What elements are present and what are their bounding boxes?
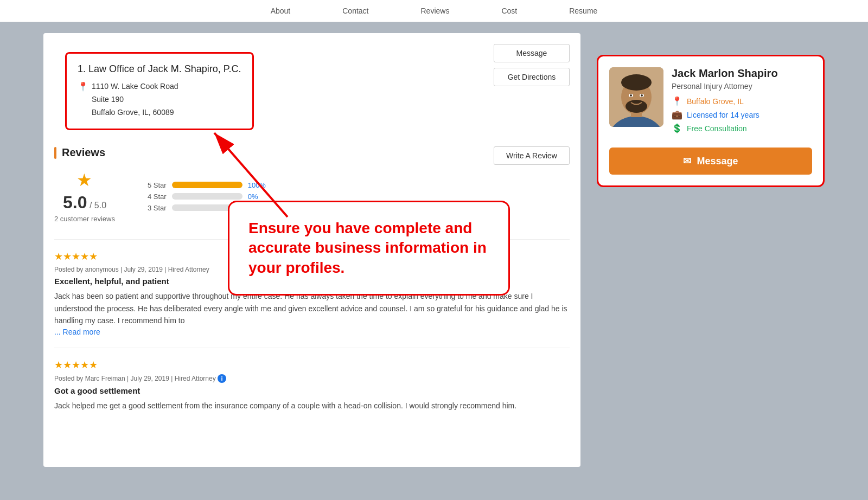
attorney-message-button[interactable]: ✉ Message [609, 148, 812, 175]
attorney-header: Jack Marlon Shapiro Personal Injury Atto… [609, 67, 812, 137]
star-icon-big: ★ [76, 170, 92, 190]
bar-track-5 [172, 182, 242, 188]
star-row-4: 4 Star 0% [148, 193, 267, 201]
section-bar-accent [54, 147, 56, 159]
action-buttons: Message Get Directions [494, 44, 570, 86]
reviews-section-title: Reviews [62, 146, 105, 159]
bar-pct-5: 100% [248, 181, 267, 189]
attorney-location: 📍 Buffalo Grove, IL [672, 96, 812, 106]
attorney-name: Jack Marlon Shapiro [672, 67, 812, 80]
address-street: 1110 W. Lake Cook Road [92, 80, 178, 93]
reviews-section-header: Reviews [54, 146, 105, 159]
write-review-button[interactable]: Write A Review [494, 146, 570, 165]
briefcase-icon: 💼 [672, 110, 682, 120]
envelope-icon: ✉ [683, 155, 691, 167]
review-1-text: Jack has been so patient and supportive … [54, 290, 570, 326]
callout-text: Ensure you have complete and accurate bu… [248, 219, 489, 278]
page-wrapper: About Contact Reviews Cost Resume 1. Law… [0, 0, 868, 500]
attorney-consultation: 💲 Free Consultation [672, 123, 812, 133]
star-row-5: 5 Star 100% [148, 181, 267, 189]
attorney-title: Personal Injury Attorney [672, 82, 812, 91]
get-directions-button[interactable]: Get Directions [494, 68, 570, 86]
bar-pct-4: 0% [248, 193, 267, 201]
callout-box: Ensure you have complete and accurate bu… [228, 201, 510, 296]
attorney-info: Jack Marlon Shapiro Personal Injury Atto… [672, 67, 812, 137]
attorney-photo [609, 67, 663, 127]
svg-point-4 [621, 74, 652, 91]
nav-resume[interactable]: Resume [565, 4, 602, 17]
svg-point-8 [641, 94, 643, 97]
review-item-2: ★★★★★ Posted by Marc Freiman | July 29, … [54, 348, 570, 422]
address-block: 📍 1110 W. Lake Cook Road Suite 190 Buffa… [78, 80, 241, 119]
read-more-link-1[interactable]: ... Read more [54, 328, 100, 336]
rating-denom: / 5.0 [90, 201, 106, 210]
nav-cost[interactable]: Cost [497, 4, 521, 17]
location-pin-icon: 📍 [78, 81, 88, 92]
overall-rating: ★ 5.0 / 5.0 2 customer reviews [54, 170, 115, 223]
bar-fill-5 [172, 182, 242, 188]
nav-about[interactable]: About [266, 4, 295, 17]
star-label-3: 3 Star [148, 204, 167, 212]
attorney-card: Jack Marlon Shapiro Personal Injury Atto… [597, 55, 825, 187]
star-label-5: 5 Star [148, 181, 167, 189]
bar-track-4 [172, 193, 242, 200]
svg-point-7 [630, 94, 632, 97]
review-2-meta: Posted by Marc Freiman | July 29, 2019 |… [54, 374, 570, 383]
address-city: Buffalo Grove, IL, 60089 [92, 106, 178, 119]
star-label-4: 4 Star [148, 193, 167, 201]
review-2-title: Got a good settlement [54, 386, 570, 395]
svg-point-9 [626, 100, 647, 113]
firm-title: 1. Law Office of Jack M. Shapiro, P.C. [78, 63, 241, 75]
address-card: 1. Law Office of Jack M. Shapiro, P.C. 📍… [65, 52, 254, 130]
review-2-stars: ★★★★★ [54, 359, 570, 371]
rating-count: 2 customer reviews [54, 215, 115, 223]
location-icon: 📍 [672, 96, 682, 106]
dollar-icon: 💲 [672, 123, 682, 133]
review-2-text: Jack helped me get a good settlement fro… [54, 400, 570, 412]
rating-number: 5.0 [63, 193, 87, 212]
attorney-consultation-text: Free Consultation [687, 124, 747, 133]
nav-contact[interactable]: Contact [338, 4, 373, 17]
attorney-location-text: Buffalo Grove, IL [687, 97, 744, 106]
message-btn-label: Message [697, 156, 738, 167]
navigation-bar: About Contact Reviews Cost Resume [0, 0, 868, 22]
info-icon[interactable]: i [218, 374, 226, 383]
attorney-licensed-text: Licensed for 14 years [687, 111, 760, 119]
nav-reviews[interactable]: Reviews [417, 4, 454, 17]
right-sidebar: Jack Marlon Shapiro Personal Injury Atto… [597, 33, 825, 467]
address-suite: Suite 190 [92, 93, 178, 106]
message-button[interactable]: Message [494, 44, 570, 62]
attorney-licensed: 💼 Licensed for 14 years [672, 110, 812, 120]
